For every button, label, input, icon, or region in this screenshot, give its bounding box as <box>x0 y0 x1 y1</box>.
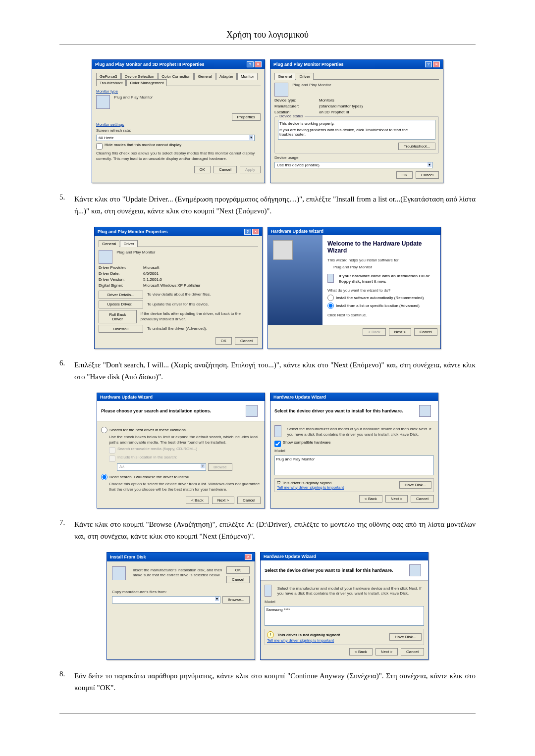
cancel-button[interactable]: Cancel <box>237 497 261 504</box>
cancel-button[interactable]: Cancel <box>416 171 439 179</box>
step-text: Επιλέξτε "Don't search, I will... (Χωρίς… <box>74 359 476 383</box>
device-type-value: Monitors <box>319 98 439 102</box>
list-install-radio[interactable] <box>327 302 334 309</box>
ok-button[interactable]: OK <box>226 566 250 574</box>
close-icon[interactable]: × <box>252 229 259 235</box>
titlebar: Hardware Update Wizard <box>261 553 428 560</box>
uninstall-button[interactable]: Uninstall <box>99 325 143 333</box>
model-list[interactable]: Samsung **** <box>265 606 424 626</box>
help-icon[interactable]: ? <box>247 61 254 67</box>
hide-modes-checkbox[interactable] <box>96 143 103 150</box>
install-desc: Insert the manufacturer's installation d… <box>133 568 222 582</box>
help-icon[interactable]: ? <box>244 229 251 235</box>
tab[interactable]: General <box>194 73 215 80</box>
dialog-title: Hardware Update Wizard <box>264 554 316 559</box>
back-button[interactable]: < Back <box>186 497 209 504</box>
cancel-button[interactable]: Cancel <box>226 576 250 583</box>
next-button[interactable]: Next > <box>389 328 411 336</box>
cd-icon <box>327 274 334 283</box>
dialog-title: Hardware Update Wizard <box>100 395 153 400</box>
step-number: 8. <box>59 670 74 694</box>
ok-button[interactable]: OK <box>396 171 413 179</box>
tell-me-link[interactable]: Tell me why driver signing is important <box>277 485 344 490</box>
cancel-button[interactable]: Cancel <box>401 648 424 655</box>
dialog-title: Plug and Play Monitor and 3D Prophet III… <box>95 62 205 67</box>
cancel-button[interactable]: Cancel <box>235 337 258 345</box>
tab-driver[interactable]: Driver <box>120 240 137 247</box>
ok-button[interactable]: OK <box>215 337 232 345</box>
close-icon[interactable]: × <box>433 61 440 67</box>
tab[interactable]: Adapter <box>216 73 237 80</box>
back-button[interactable]: < Back <box>363 328 386 336</box>
document-page: Χρήση του λογισμικού Plug and Play Monit… <box>0 0 535 734</box>
ok-button[interactable]: OK <box>194 166 211 173</box>
dialog-title: Plug and Play Monitor Properties <box>273 62 344 67</box>
show-compat-checkbox[interactable] <box>274 441 281 447</box>
have-disk-button[interactable]: Have Disk... <box>399 481 431 489</box>
next-button[interactable]: Next > <box>212 497 234 504</box>
driver-details-button[interactable]: Driver Details... <box>99 291 143 299</box>
rollback-button[interactable]: Roll Back Driver <box>99 310 137 323</box>
tab-general[interactable]: General <box>274 73 295 80</box>
monitor-icon <box>96 95 110 109</box>
not-signed-text: This driver is not digitally signed! <box>277 633 340 637</box>
step-6: 6. Επιλέξτε "Don't search, I will... (Χω… <box>59 359 476 383</box>
model-list[interactable]: Plug and Play Monitor <box>274 455 434 475</box>
dont-search-desc: Choose this option to select the device … <box>109 482 261 492</box>
back-button[interactable]: < Back <box>359 495 382 503</box>
model-item[interactable]: Plug and Play Monitor <box>276 457 315 461</box>
device-usage-label: Device usage: <box>274 155 439 160</box>
tab[interactable]: Color Management <box>126 79 167 86</box>
have-disk-button[interactable]: Have Disk... <box>389 633 422 641</box>
details-desc: To view details about the driver files. <box>147 292 211 297</box>
device-status-label: Device status <box>278 114 305 118</box>
status-help: If you are having problems with this dev… <box>279 128 434 137</box>
signer-value: Microsoft Windows XP Publisher <box>143 283 258 288</box>
date-label: Driver Date: <box>99 271 143 276</box>
tell-me-link[interactable]: Tell me why driver signing is important <box>267 638 334 643</box>
auto-install-radio[interactable] <box>327 295 334 301</box>
next-button[interactable]: Next > <box>375 648 398 655</box>
model-item[interactable]: Samsung **** <box>266 607 290 612</box>
page-title: Χρήση του λογισμικού <box>59 30 476 40</box>
tab-general[interactable]: General <box>99 240 119 247</box>
close-icon[interactable]: × <box>245 554 252 560</box>
update-driver-button[interactable]: Update Driver... <box>99 301 143 308</box>
step-text: Εάν δείτε το παρακάτω παράθυρο μηνύματος… <box>74 670 476 694</box>
cancel-button[interactable]: Cancel <box>411 495 434 503</box>
cancel-button[interactable]: Cancel <box>214 166 237 173</box>
help-icon[interactable]: ? <box>425 61 432 67</box>
search-radio[interactable] <box>101 427 107 433</box>
manufacturer-label: Manufacturer: <box>274 104 319 108</box>
show-compat-label: Show compatible hardware <box>283 440 331 445</box>
apply-button[interactable]: Apply <box>240 166 261 173</box>
tab[interactable]: GeForce3 <box>96 73 121 80</box>
dont-search-radio[interactable] <box>101 474 107 480</box>
device-name: Plug and Play Monitor <box>292 83 331 87</box>
browse-button[interactable]: Browse... <box>222 596 250 604</box>
cancel-button[interactable]: Cancel <box>414 328 437 336</box>
monitor-icon <box>99 250 112 264</box>
display-properties-dialog: Plug and Play Monitor and 3D Prophet III… <box>92 59 265 183</box>
close-icon[interactable]: × <box>255 61 262 67</box>
window-controls: ? × <box>244 229 259 235</box>
path-dropdown[interactable] <box>112 596 220 604</box>
tab[interactable]: Troubleshoot <box>96 79 126 86</box>
titlebar: Plug and Play Monitor Properties ? × <box>270 60 443 69</box>
titlebar: Install From Disk × <box>107 553 255 561</box>
properties-button[interactable]: Properties <box>232 113 261 121</box>
tab[interactable]: Device Selection <box>121 73 158 80</box>
tab-monitor[interactable]: Monitor <box>237 73 258 80</box>
device-usage-dropdown[interactable]: Use this device (enable) <box>274 162 433 168</box>
dialogs-row-2: Plug and Play Monitor Properties ? × Gen… <box>59 227 476 349</box>
driver-tab-dialog: Plug and Play Monitor Properties ? × Gen… <box>94 227 263 349</box>
tab-driver[interactable]: Driver <box>296 73 313 80</box>
back-button[interactable]: < Back <box>349 648 373 655</box>
tab[interactable]: Color Correction <box>158 73 194 80</box>
troubleshoot-button[interactable]: Troubleshoot... <box>398 143 435 150</box>
header-rule <box>59 44 476 45</box>
refresh-rate-dropdown[interactable]: 60 Hertz <box>96 135 255 141</box>
uninstall-desc: To uninstall the driver (Advanced). <box>147 326 207 331</box>
next-button[interactable]: Next > <box>385 495 408 503</box>
wizard-sidebar <box>268 235 322 324</box>
